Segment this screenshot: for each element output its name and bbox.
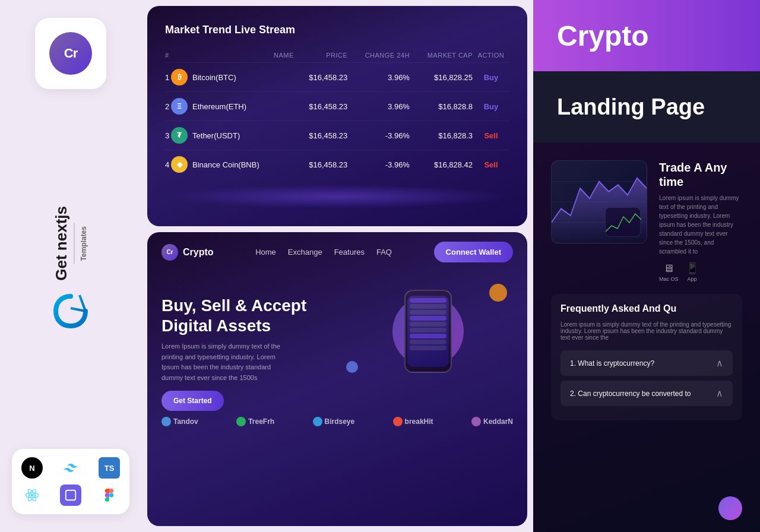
row-num: 2 [165, 92, 171, 121]
landing-nav: Cr Crypto Home Exchange Features FAQ Con… [147, 232, 527, 272]
row-change: -3.96% [347, 121, 410, 150]
col-action: ACTION [473, 48, 509, 63]
nav-features[interactable]: Features [334, 248, 365, 256]
faq-section: Frequently Asked And Qu Lorem ipsum is s… [551, 294, 742, 420]
coin-name: Tether(USDT) [192, 131, 240, 140]
app-label: App [688, 276, 697, 282]
mini-chart [606, 208, 641, 238]
row-num: 1 [165, 63, 171, 92]
landing-preview-card: Cr Crypto Home Exchange Features FAQ Con… [147, 232, 527, 526]
col-change: CHANGE 24H [347, 48, 410, 63]
market-table: # NAME PRICE CHANGE 24H MARKET CAP ACTIO… [165, 48, 509, 179]
col-price: PRICE [294, 48, 347, 63]
brand-subtitle: Templates [80, 226, 88, 261]
logo-icon: Cr [49, 32, 92, 75]
svg-point-0 [30, 493, 33, 496]
row-action[interactable]: Buy [473, 63, 509, 92]
trade-text: Trade A Any time Lorem ipsum is simply d… [659, 160, 742, 282]
hero-cta-button[interactable]: Get Started [162, 391, 224, 411]
sidebar-brand: Get nextjs Templates [50, 206, 91, 332]
faq-item-1[interactable]: 1. What is cryptocurrency? ∧ [560, 350, 733, 376]
coin-name: Binance Coin(BNB) [192, 160, 259, 169]
action-btn[interactable]: Sell [484, 131, 498, 140]
partner-breakHit: breakHit [393, 417, 433, 426]
phone-mockup [404, 290, 452, 373]
action-btn[interactable]: Sell [484, 160, 498, 169]
macos-icon: 🖥 [663, 262, 674, 275]
brand-title: Get nextjs [53, 206, 69, 281]
sequence-icon [60, 484, 81, 506]
dots-decoration: · · · · · ·· · · · · ·· · · · · · [162, 278, 331, 296]
chart-mockup [551, 160, 647, 243]
svg-rect-4 [66, 490, 76, 501]
faq-question-2: 2. Can cryptocurrency be converted to [570, 390, 691, 398]
figma-icon [99, 484, 120, 506]
market-trend-card: Market Trend Live Stream # NAME PRICE CH… [147, 6, 527, 226]
typescript-icon: TS [99, 457, 120, 479]
app-icon: 📱 [686, 262, 699, 275]
main-content: Market Trend Live Stream # NAME PRICE CH… [141, 0, 533, 532]
tailwind-icon [60, 457, 81, 479]
eth-coin-deco [346, 361, 358, 373]
nav-faq[interactable]: FAQ [376, 248, 392, 256]
faq-title: Frequently Asked And Qu [560, 303, 733, 314]
right-bottom: Trade A Any time Lorem ipsum is simply d… [533, 142, 760, 532]
row-num: 3 [165, 121, 171, 150]
landing-hero: · · · · · ·· · · · · ·· · · · · · Buy, S… [147, 272, 527, 411]
recycle-icon [50, 290, 91, 332]
row-coin: ₿ Bitcoin(BTC) [171, 63, 294, 92]
coin-icon: Ξ [171, 98, 188, 115]
os-icons: 🖥 Mac OS 📱 App [659, 262, 742, 282]
row-action[interactable]: Buy [473, 92, 509, 121]
avatar-decoration [718, 496, 742, 520]
row-marketcap: $16,828.3 [410, 121, 473, 150]
action-btn[interactable]: Buy [484, 73, 499, 82]
row-change: -3.96% [347, 150, 410, 179]
row-marketcap: $16,828.8 [410, 92, 473, 121]
hero-title: Buy, Sell & Accept Digital Assets [162, 296, 331, 335]
action-btn[interactable]: Buy [484, 102, 499, 111]
col-marketcap: MARKET CAP [410, 48, 473, 63]
connect-wallet-button[interactable]: Connect Wallet [434, 242, 513, 262]
row-coin: Ξ Ethereum(ETH) [171, 92, 294, 121]
coin-icon: ◆ [171, 156, 188, 173]
macos-label: Mac OS [659, 276, 679, 282]
hero-text: · · · · · ·· · · · · ·· · · · · · Buy, S… [162, 278, 331, 411]
row-action[interactable]: Sell [473, 150, 509, 179]
faq-item-2[interactable]: 2. Can cryptocurrency be converted to ∧ [560, 381, 733, 406]
phone-screen [407, 296, 449, 367]
btc-coin-deco [489, 284, 507, 302]
partner-treefrh: TreeFrh [236, 417, 274, 426]
col-num: # [165, 48, 171, 63]
row-marketcap: $16,828.42 [410, 150, 473, 179]
crypto-header: Crypto [533, 0, 760, 71]
brand-divider [74, 223, 75, 264]
row-price: $16,458.23 [294, 63, 347, 92]
nav-exchange[interactable]: Exchange [288, 248, 322, 256]
row-change: 3.96% [347, 92, 410, 121]
row-price: $16,458.23 [294, 92, 347, 121]
react-icon [21, 484, 43, 506]
trade-title: Trade A Any time [659, 160, 742, 189]
logo-card: Cr [35, 18, 106, 89]
row-coin: ₮ Tether(USDT) [171, 121, 294, 150]
landing-logo-icon: Cr [162, 244, 178, 261]
faq-question-1: 1. What is cryptocurrency? [570, 359, 654, 368]
landing-nav-links: Home Exchange Features FAQ [255, 248, 392, 256]
landing-logo: Cr Crypto [162, 244, 214, 261]
col-name: NAME [171, 48, 294, 63]
row-price: $16,458.23 [294, 121, 347, 150]
row-marketcap: $16,828.25 [410, 63, 473, 92]
row-action[interactable]: Sell [473, 121, 509, 150]
partner-birdseye: Birdseye [313, 417, 355, 426]
hero-visual [343, 278, 513, 385]
table-row: 2 Ξ Ethereum(ETH) $16,458.23 3.96% $16,8… [165, 92, 509, 121]
nextjs-icon: N [21, 457, 43, 479]
left-sidebar: Cr Get nextjs Templates [0, 0, 141, 532]
nav-home[interactable]: Home [255, 248, 276, 256]
table-row: 4 ◆ Binance Coin(BNB) $16,458.23 -3.96% … [165, 150, 509, 179]
partner-tandov: Tandov [162, 417, 198, 426]
hero-desc: Lorem Ipsum is simply dummy text of the … [162, 341, 292, 383]
table-row: 3 ₮ Tether(USDT) $16,458.23 -3.96% $16,8… [165, 121, 509, 150]
partner-logos: Tandov TreeFrh Birdseye breakHit KeddarN [147, 411, 527, 432]
